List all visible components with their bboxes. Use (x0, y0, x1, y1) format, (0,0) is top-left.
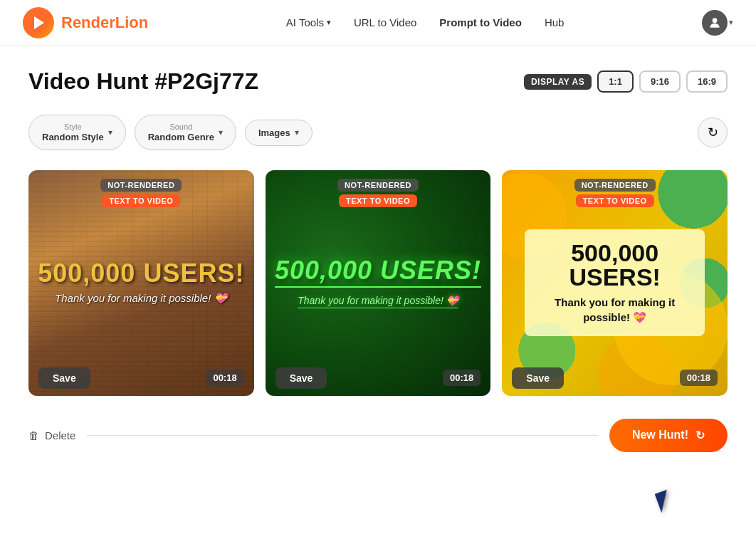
card-2-type-badge: TEXT TO VIDEO (339, 194, 417, 207)
title-row: Video Hunt #P2Gj77Z DISPLAY AS 1:1 9:16 … (28, 68, 728, 95)
delete-label: Delete (45, 429, 75, 441)
card-3-badges: NOT-RENDERED TEXT TO VIDEO (574, 179, 656, 207)
card-1-duration: 00:18 (206, 370, 243, 386)
sound-filter-button[interactable]: Sound Random Genre ▾ (135, 115, 236, 150)
logo[interactable]: RenderLion (23, 7, 148, 38)
logo-icon (23, 7, 54, 38)
video-card-2[interactable]: NOT-RENDERED TEXT TO VIDEO 500,000 USERS… (266, 170, 491, 396)
ratio-9-16-button[interactable]: 9:16 (639, 70, 681, 93)
main-content: Video Hunt #P2Gj77Z DISPLAY AS 1:1 9:16 … (0, 46, 756, 475)
sound-chevron-icon: ▾ (219, 127, 223, 137)
video-grid: NOT-RENDERED TEXT TO VIDEO 500,000 USERS… (28, 170, 728, 396)
svg-marker-0 (34, 16, 44, 29)
images-chevron-icon: ▾ (295, 127, 299, 137)
style-chevron-icon: ▾ (108, 127, 112, 137)
card-2-badges: NOT-RENDERED TEXT TO VIDEO (337, 179, 419, 207)
ratio-1-1-button[interactable]: 1:1 (597, 70, 634, 93)
logo-text: RenderLion (61, 14, 148, 32)
nav-url-to-video[interactable]: URL to Video (354, 16, 416, 28)
style-label-small: Style (42, 122, 104, 131)
bottom-row: 🗑 Delete New Hunt! ↻ (28, 419, 728, 452)
card-3-not-rendered-badge: NOT-RENDERED (574, 179, 656, 192)
card-3-save-button[interactable]: Save (512, 367, 564, 389)
page-title: Video Hunt #P2Gj77Z (28, 68, 258, 95)
card-2-subtitle: Thank you for making it possible! 💝 (298, 295, 458, 308)
card-1-badges: NOT-RENDERED TEXT TO VIDEO (100, 179, 182, 207)
trash-icon: 🗑 (28, 429, 39, 441)
card-2-duration: 00:18 (443, 370, 481, 386)
card-3-subtitle: Thank you for making it possible! 💝 (539, 295, 691, 325)
nav-ai-tools[interactable]: AI Tools (286, 16, 331, 28)
filters-refresh-button[interactable]: ↻ (698, 117, 728, 147)
refresh-icon: ↻ (708, 125, 718, 140)
card-3-type-badge: TEXT TO VIDEO (576, 194, 654, 207)
card-2-footer: Save 00:18 (266, 360, 491, 396)
user-dropdown-arrow: ▾ (729, 18, 733, 27)
nav-links: AI Tools URL to Video Prompt to Video Hu… (286, 16, 565, 28)
video-card-1[interactable]: NOT-RENDERED TEXT TO VIDEO 500,000 USERS… (28, 170, 254, 396)
sound-label-main: Random Genre (148, 132, 214, 142)
nav-hub[interactable]: Hub (545, 16, 565, 28)
card-1-footer: Save 00:18 (28, 360, 254, 396)
card-3-text-box: 500,000 USERS! Thank you for making it p… (525, 229, 705, 336)
user-icon (708, 16, 722, 30)
svg-point-1 (713, 18, 718, 23)
ratio-16-9-button[interactable]: 16:9 (686, 70, 728, 93)
card-2-title: 500,000 USERS! (275, 258, 481, 288)
images-filter-button[interactable]: Images ▾ (245, 120, 313, 146)
display-as-label: DISPLAY AS (524, 74, 592, 90)
images-label: Images (258, 127, 290, 138)
video-card-3[interactable]: NOT-RENDERED TEXT TO VIDEO 500,000 USERS… (502, 170, 728, 396)
card-1-save-button[interactable]: Save (38, 367, 90, 389)
sound-label-small: Sound (148, 122, 214, 131)
card-1-not-rendered-badge: NOT-RENDERED (100, 179, 182, 192)
card-1-title: 500,000 USERS! (38, 261, 244, 286)
navbar: RenderLion AI Tools URL to Video Prompt … (0, 0, 756, 46)
delete-button[interactable]: 🗑 Delete (28, 429, 75, 441)
card-2-save-button[interactable]: Save (275, 367, 327, 389)
card-1-type-badge: TEXT TO VIDEO (102, 194, 180, 207)
card-2-not-rendered-badge: NOT-RENDERED (337, 179, 419, 192)
play-icon (30, 14, 47, 31)
nav-prompt-to-video[interactable]: Prompt to Video (439, 16, 522, 28)
card-3-title: 500,000 USERS! (539, 241, 691, 289)
nav-right: ▾ (702, 10, 733, 36)
delete-divider (87, 435, 598, 436)
card-3-duration: 00:18 (680, 370, 718, 386)
style-label-main: Random Style (42, 132, 104, 142)
card-1-subtitle: Thank you for making it possible! 💝 (55, 292, 227, 305)
card-3-footer: Save 00:18 (502, 360, 728, 396)
filters-row: Style Random Style ▾ Sound Random Genre … (28, 115, 728, 150)
user-account-button[interactable] (702, 10, 728, 36)
new-hunt-label: New Hunt! (632, 429, 688, 441)
new-hunt-button[interactable]: New Hunt! ↻ (609, 419, 728, 452)
new-hunt-refresh-icon: ↻ (695, 429, 705, 442)
display-as-group: DISPLAY AS 1:1 9:16 16:9 (524, 70, 728, 93)
style-filter-button[interactable]: Style Random Style ▾ (28, 115, 126, 150)
